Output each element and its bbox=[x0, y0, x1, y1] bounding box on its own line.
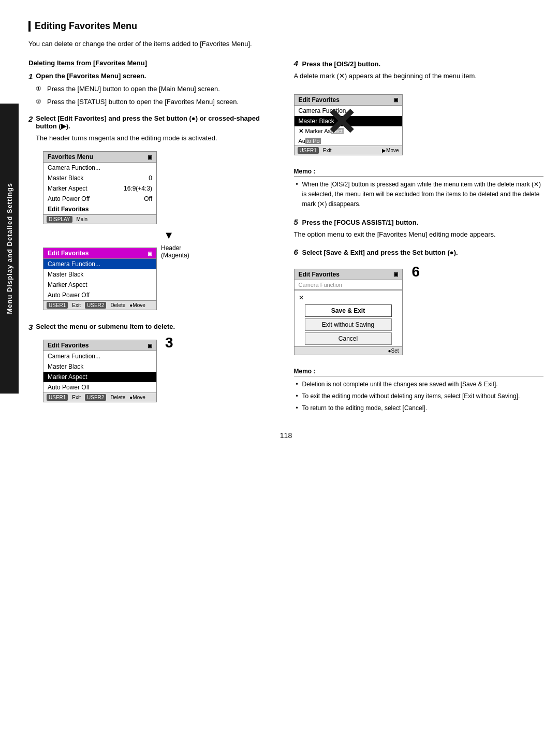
step-3-callout: 3 bbox=[165, 335, 173, 351]
menu-screenshot-1: Favorites Menu ▣ Camera Function... Mast… bbox=[43, 151, 157, 224]
step-2-body: The header turns magenta and the editing… bbox=[36, 133, 278, 144]
menu-3-item-2: Master Black bbox=[43, 361, 156, 372]
header-note: Header(Magenta) bbox=[161, 244, 189, 259]
menu-screenshot-5: Edit Favorites ▣ Camera Function ✕ Save … bbox=[294, 269, 403, 355]
step-6-callout: 6 bbox=[412, 264, 420, 280]
intro-paragraph: You can delete or change the order of th… bbox=[28, 39, 543, 50]
menu-2-header: Edit Favorites ▣ bbox=[43, 248, 156, 259]
menu-5-footer: ●Set bbox=[295, 346, 402, 355]
memo-2-item-3: To return to the editing mode, select [C… bbox=[294, 403, 544, 413]
left-column: Deleting Items from [Favorites Menu] 1 O… bbox=[28, 59, 278, 416]
memo-2-label: Memo : bbox=[294, 368, 544, 376]
step-3-area: 3 Select the menu or submenu item to del… bbox=[28, 323, 278, 408]
menu-3-item-3: Marker Aspect bbox=[43, 372, 156, 382]
menu-2-icon: ▣ bbox=[148, 251, 152, 256]
page-number: 118 bbox=[28, 431, 543, 440]
step-2: 2 Select [Edit Favorites] and press the … bbox=[28, 114, 278, 144]
delete-mark-x: ✕ bbox=[326, 104, 357, 141]
memo-1-item-1: When the [OIS/2] button is pressed again… bbox=[294, 180, 544, 210]
page-title-row: Editing Favorites Menu bbox=[28, 21, 543, 32]
menu-5-header: Edit Favorites ▣ bbox=[295, 269, 402, 280]
step-1: 1 Open the [Favorites Menu] screen. ① Pr… bbox=[28, 72, 278, 108]
menu-1-item-5: Edit Favorites bbox=[43, 204, 156, 214]
menu-2-footer: USER1Exit USER2Delete ●Move bbox=[43, 300, 156, 310]
step-5-body: The option menu to exit the [Favorites M… bbox=[294, 229, 544, 240]
memo-1-label: Memo : bbox=[294, 168, 544, 177]
step-6: 6 Select [Save & Exit] and press the Set… bbox=[294, 248, 544, 256]
memo-2: Memo : Deletion is not complete until th… bbox=[294, 368, 544, 414]
sidebar-tab-label: Menu Display and Detailed Settings bbox=[6, 183, 13, 314]
step-6-title: 6 Select [Save & Exit] and press the Set… bbox=[294, 248, 544, 256]
menu-screenshot-2: Edit Favorites ▣ Camera Function... Mast… bbox=[43, 248, 157, 310]
memo-2-item-2: To exit the editing mode without deletin… bbox=[294, 391, 544, 401]
menu-screenshot-4: Edit Favorites ▣ Camera Function... Mast… bbox=[294, 94, 403, 155]
step-4: 4 Press the [OIS/2] button. A delete mar… bbox=[294, 59, 544, 82]
memo-2-item-1: Deletion is not complete until the chang… bbox=[294, 380, 544, 389]
step-5-title: 5 Press the [FOCUS ASSIST/1] button. bbox=[294, 217, 544, 226]
menu-2-item-4: Auto Power Off bbox=[43, 290, 156, 300]
step-1-sub2: ② Press the [STATUS] button to open the … bbox=[36, 97, 278, 108]
page-title: Editing Favorites Menu bbox=[35, 21, 137, 32]
menu-3-header: Edit Favorites ▣ bbox=[43, 340, 156, 351]
menu-5-dialog-exit: Exit without Saving bbox=[305, 318, 392, 331]
menu-2-item-2: Master Black bbox=[43, 269, 156, 280]
step-5-title-text: Press the [FOCUS ASSIST/1] button. bbox=[302, 219, 418, 226]
step-1-text: Open the [Favorites Menu] screen. bbox=[36, 72, 146, 81]
arrow-down: ▼ bbox=[60, 229, 278, 241]
step-3-title: 3 Select the menu or submenu item to del… bbox=[28, 323, 278, 331]
menu-1-item-1: Camera Function... bbox=[43, 163, 156, 173]
step-3-num: 3 bbox=[28, 323, 33, 331]
menu-2-item-3: Marker Aspect bbox=[43, 280, 156, 290]
step-1-sub1-text: Press the [MENU] button to open the [Mai… bbox=[47, 84, 220, 95]
menu-1-header: Favorites Menu ▣ bbox=[43, 152, 156, 163]
menu-4-footer: USER1Exit ▶Move bbox=[295, 146, 402, 155]
right-column: 4 Press the [OIS/2] button. A delete mar… bbox=[294, 59, 544, 416]
display-badge: DISPLAY bbox=[47, 216, 72, 223]
menu-1-item-2: Master Black0 bbox=[43, 173, 156, 183]
menu-1-item-4: Auto Power OffOff bbox=[43, 194, 156, 204]
step-5: 5 Press the [FOCUS ASSIST/1] button. The… bbox=[294, 217, 544, 240]
step-3-text: Select the menu or submenu item to delet… bbox=[36, 323, 175, 331]
menu-2-header-text: Edit Favorites bbox=[48, 250, 89, 257]
menu-2-item-1: Camera Function... bbox=[43, 259, 156, 269]
menu-5-dialog-cancel: Cancel bbox=[305, 332, 392, 345]
section-subtitle: Deleting Items from [Favorites Menu] bbox=[28, 59, 278, 67]
step-6-title-text: Select [Save & Exit] and press the Set b… bbox=[302, 249, 458, 256]
menu-1-header-text: Favorites Menu bbox=[48, 153, 93, 161]
step-2-text: Select [Edit Favorites] and press the Se… bbox=[36, 114, 278, 130]
step-4-title: 4 Press the [OIS/2] button. bbox=[294, 59, 544, 68]
title-bar-decoration bbox=[28, 21, 31, 32]
menu-1-item-3: Marker Aspect16:9(+4:3) bbox=[43, 183, 156, 194]
step-2-title: 2 Select [Edit Favorites] and press the … bbox=[28, 114, 278, 130]
step-1-body: ① Press the [MENU] button to open the [M… bbox=[36, 84, 278, 108]
menu-1-footer: DISPLAY Main bbox=[43, 214, 156, 224]
sidebar-tab: Menu Display and Detailed Settings bbox=[0, 104, 19, 394]
step-4-title-text: Press the [OIS/2] button. bbox=[302, 60, 380, 68]
menu-5-x-row: ✕ bbox=[295, 293, 402, 303]
menu-5-sub-header: Camera Function bbox=[295, 280, 402, 289]
step-1-num: 1 bbox=[28, 72, 33, 81]
step-1-title: 1 Open the [Favorites Menu] screen. bbox=[28, 72, 278, 81]
menu-screenshot-3: Edit Favorites ▣ Camera Function... Mast… bbox=[43, 340, 157, 402]
menu-1-icon: ▣ bbox=[148, 154, 152, 160]
menu-5-dialog-save: Save & Exit bbox=[305, 304, 392, 317]
step-1-sub1: ① Press the [MENU] button to open the [M… bbox=[36, 84, 278, 95]
step-2-num: 2 bbox=[28, 114, 33, 130]
step-4-body: A delete mark (✕) appears at the beginni… bbox=[294, 71, 544, 82]
menu-3-footer: USER1Exit USER2Delete ●Move bbox=[43, 392, 156, 402]
menu-3-item-4: Auto Power Off bbox=[43, 382, 156, 392]
memo-1: Memo : When the [OIS/2] button is presse… bbox=[294, 168, 544, 210]
menu-3-item-1: Camera Function... bbox=[43, 351, 156, 361]
step-1-sub2-text: Press the [STATUS] button to open the [F… bbox=[47, 97, 239, 108]
